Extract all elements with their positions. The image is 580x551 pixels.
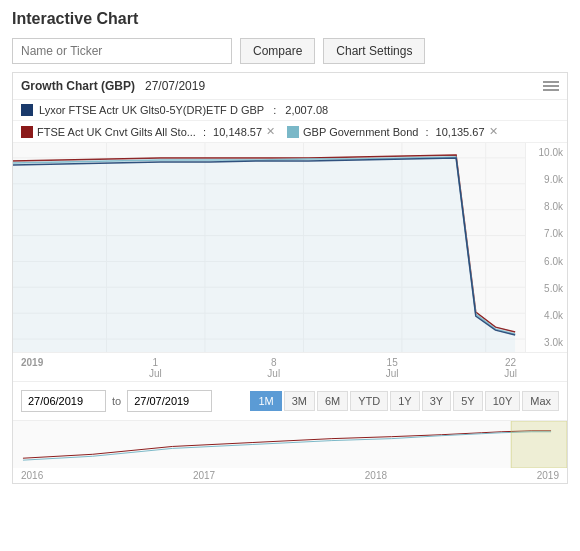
legend-row-1: Lyxor FTSE Actr UK Glts0-5Y(DR)ETF D GBP… xyxy=(13,100,567,121)
mini-chart-area[interactable] xyxy=(13,420,567,468)
legend-value-1: 2,007.08 xyxy=(285,104,328,116)
period-10y[interactable]: 10Y xyxy=(485,391,521,411)
chart-svg xyxy=(13,143,525,352)
search-input[interactable] xyxy=(12,38,232,64)
legend-item-3: GBP Government Bond : 10,135.67 ✕ xyxy=(287,125,497,138)
chart-area[interactable]: 10.0k 9.0k 8.0k 7.0k 6.0k 5.0k 4.0k 3.0k xyxy=(13,143,567,353)
period-ytd[interactable]: YTD xyxy=(350,391,388,411)
period-1y[interactable]: 1Y xyxy=(390,391,419,411)
period-3y[interactable]: 3Y xyxy=(422,391,451,411)
legend-color-3 xyxy=(287,126,299,138)
legend-label-3: GBP Government Bond xyxy=(303,126,418,138)
page-title: Interactive Chart xyxy=(12,10,568,28)
legend-value-2: 10,148.57 xyxy=(213,126,262,138)
mini-x-2017: 2017 xyxy=(193,470,215,481)
period-1m[interactable]: 1M xyxy=(250,391,281,411)
chart-header: Growth Chart (GBP) 27/07/2019 xyxy=(13,73,567,100)
period-6m[interactable]: 6M xyxy=(317,391,348,411)
date-from-input[interactable] xyxy=(21,390,106,412)
legend-label-2: FTSE Act UK Cnvt Gilts All Sto... xyxy=(37,126,196,138)
toolbar: Compare Chart Settings xyxy=(12,38,568,64)
x-label-1: 1Jul xyxy=(149,357,162,379)
to-label: to xyxy=(112,395,121,407)
svg-rect-14 xyxy=(511,421,567,468)
legend-row-2: FTSE Act UK Cnvt Gilts All Sto... : 10,1… xyxy=(13,121,567,143)
x-label-0: 2019 xyxy=(21,357,43,379)
drag-handle[interactable] xyxy=(543,81,559,91)
legend-item-2: FTSE Act UK Cnvt Gilts All Sto... : 10,1… xyxy=(21,125,275,138)
mini-x-2019: 2019 xyxy=(537,470,559,481)
period-3m[interactable]: 3M xyxy=(284,391,315,411)
page-container: Interactive Chart Compare Chart Settings… xyxy=(0,0,580,494)
x-axis: 2019 1Jul 8Jul 15Jul 22Jul xyxy=(13,353,567,382)
x-label-4: 22Jul xyxy=(504,357,517,379)
svg-marker-13 xyxy=(13,155,515,352)
legend-label-1: Lyxor FTSE Actr UK Glts0-5Y(DR)ETF D GBP xyxy=(39,104,264,116)
mini-x-2016: 2016 xyxy=(21,470,43,481)
x-label-3: 15Jul xyxy=(386,357,399,379)
x-label-2: 8Jul xyxy=(267,357,280,379)
chart-settings-button[interactable]: Chart Settings xyxy=(323,38,425,64)
date-to-input[interactable] xyxy=(127,390,212,412)
legend-value-3: 10,135.67 xyxy=(436,126,485,138)
date-range-row: to 1M 3M 6M YTD 1Y 3Y 5Y 10Y Max xyxy=(13,382,567,420)
legend-close-2[interactable]: ✕ xyxy=(266,125,275,138)
chart-panel: Growth Chart (GBP) 27/07/2019 Lyxor FTSE… xyxy=(12,72,568,484)
legend-close-3[interactable]: ✕ xyxy=(489,125,498,138)
chart-header-title: Growth Chart (GBP) 27/07/2019 xyxy=(21,79,205,93)
y-axis: 10.0k 9.0k 8.0k 7.0k 6.0k 5.0k 4.0k 3.0k xyxy=(525,143,567,352)
legend-color-1 xyxy=(21,104,33,116)
period-buttons: 1M 3M 6M YTD 1Y 3Y 5Y 10Y Max xyxy=(250,391,559,411)
mini-x-axis: 2016 2017 2018 2019 xyxy=(13,468,567,483)
period-max[interactable]: Max xyxy=(522,391,559,411)
period-5y[interactable]: 5Y xyxy=(453,391,482,411)
legend-color-2 xyxy=(21,126,33,138)
mini-x-2018: 2018 xyxy=(365,470,387,481)
compare-button[interactable]: Compare xyxy=(240,38,315,64)
